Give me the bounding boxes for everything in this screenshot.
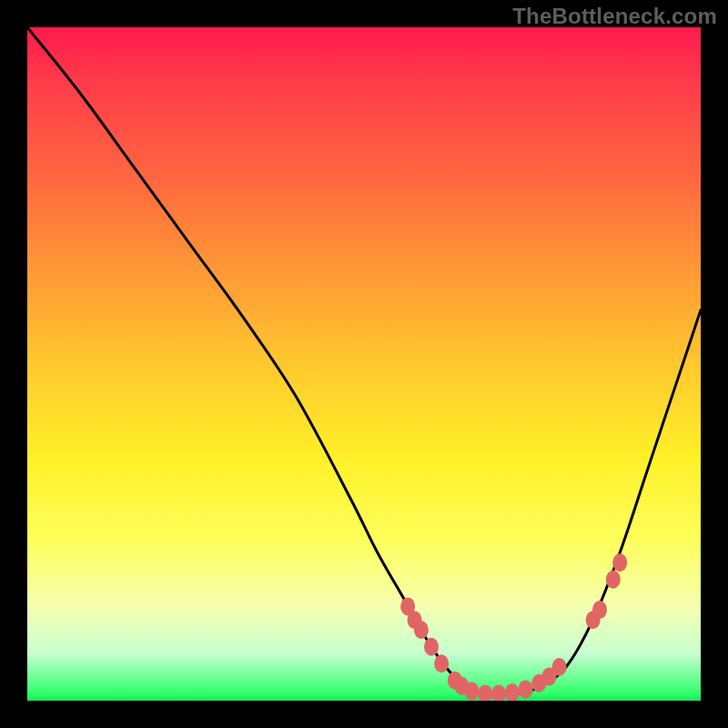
curve-marker <box>434 654 449 672</box>
curve-layer <box>27 27 701 701</box>
curve-marker <box>491 685 506 701</box>
curve-markers <box>400 553 627 701</box>
bottleneck-curve <box>27 27 701 695</box>
curve-marker <box>612 553 627 571</box>
curve-marker <box>505 683 520 701</box>
watermark-text: TheBottleneck.com <box>512 4 717 29</box>
curve-marker <box>519 680 533 698</box>
curve-marker <box>464 682 479 701</box>
curve-marker <box>424 638 439 656</box>
curve-marker <box>414 621 429 639</box>
chart-frame: TheBottleneck.com <box>0 0 728 728</box>
curve-marker <box>478 685 492 701</box>
curve-marker <box>606 571 621 589</box>
plot-area <box>27 27 701 701</box>
curve-marker <box>552 658 567 676</box>
curve-marker <box>592 601 607 619</box>
